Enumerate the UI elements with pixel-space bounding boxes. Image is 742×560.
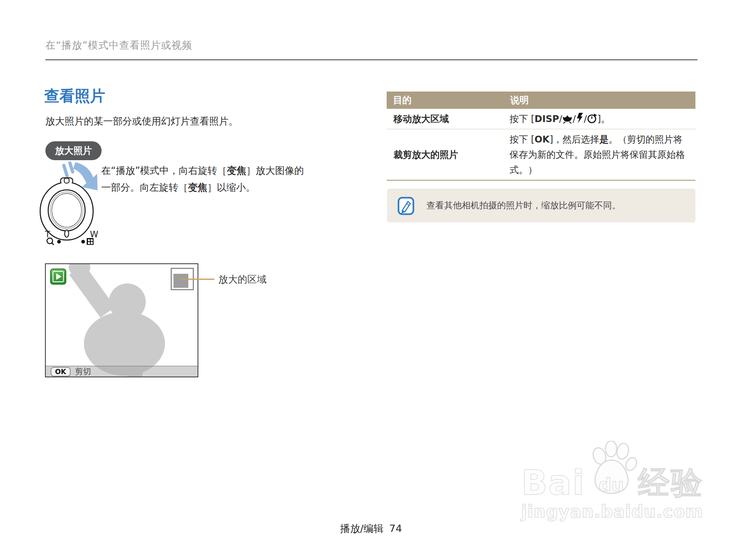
- page-footer: 播放/编辑74: [0, 522, 742, 535]
- magnifier-icon: [47, 238, 54, 245]
- page-title: 查看照片: [44, 86, 105, 106]
- table-header-row: 目的 说明: [387, 92, 695, 109]
- dot-icon: [82, 240, 85, 244]
- desc-text: ]，然后选择: [550, 134, 599, 145]
- desc-text: /: [573, 114, 576, 124]
- thumbnail-grid-icon: [87, 238, 94, 245]
- flash-icon: [576, 113, 584, 124]
- caption-text: ］以缩小。: [207, 182, 255, 193]
- note-text: 查看其他相机拍摄的照片时，缩放比例可能不同。: [426, 200, 621, 212]
- dial-caption: 在“播放”模式中，向右旋转［变焦］放大图像的 一部分。向左旋转［变焦］以缩小。: [101, 162, 304, 196]
- yes-option-label: 是: [599, 134, 609, 145]
- disp-button-label: DISP: [534, 114, 559, 124]
- macro-icon: [562, 114, 573, 124]
- header-description: 说明: [504, 92, 695, 109]
- playback-mode-icon: [50, 269, 66, 285]
- footer-page-number: 74: [389, 523, 402, 534]
- magnified-region: [173, 274, 188, 288]
- dot-icon: [57, 240, 61, 244]
- zoom-dial-illustration: T W: [39, 160, 103, 248]
- baidu-jingyan-watermark: Bai du 经验 jingyan.baidu.com: [521, 441, 706, 521]
- crop-action-label: 剪切: [75, 366, 91, 377]
- desc-text: 按下 [: [510, 134, 534, 145]
- header-purpose: 目的: [387, 92, 504, 109]
- callout-line: [180, 279, 214, 280]
- desc-text: /: [584, 114, 587, 124]
- baidu-paw-icon: du: [586, 441, 637, 501]
- caption-bold-zoom: 变焦: [188, 182, 207, 193]
- subsection-badge: 放大照片: [45, 141, 102, 160]
- dial-w-label: W: [90, 230, 98, 239]
- desc-text: 按下 [: [510, 114, 534, 124]
- footer-section: 播放/编辑: [340, 523, 383, 534]
- cell-description: 按下 [OK]，然后选择是。（剪切的照片将保存为新的文件。原始照片将保留其原始格…: [504, 129, 695, 181]
- timer-icon: [587, 113, 597, 124]
- watermark-bai: Bai: [521, 466, 585, 499]
- ok-button-label: OK: [51, 367, 71, 377]
- screen-bottom-bar: OK 剪切: [46, 366, 198, 377]
- intro-text: 放大照片的某一部分或使用幻灯片查看照片。: [45, 115, 238, 128]
- caption-bold-zoom: 变焦: [227, 165, 246, 176]
- camera-screen-mockup: OK 剪切: [45, 263, 198, 377]
- ok-button-label: OK: [534, 134, 549, 145]
- table-row: 裁剪放大的照片 按下 [OK]，然后选择是。（剪切的照片将保存为新的文件。原始照…: [387, 129, 695, 181]
- header-divider: [45, 59, 697, 60]
- caption-text: 在“播放”模式中，向右旋转［: [101, 165, 227, 176]
- breadcrumb: 在“播放”模式中查看照片或视频: [45, 39, 192, 52]
- caption-text: 一部分。向左旋转［: [101, 182, 188, 193]
- cell-purpose: 裁剪放大的照片: [387, 129, 504, 181]
- caption-text: ］放大图像的: [246, 165, 304, 176]
- desc-text: /: [559, 114, 562, 124]
- watermark-jingyan-cn: 经验: [638, 466, 704, 499]
- magnified-area-callout: 放大的区域: [218, 273, 267, 286]
- watermark-du: du: [599, 474, 624, 495]
- purpose-description-table: 目的 说明 移动放大区域 按下 [DISP///]。 裁剪放大的照片 按下 [O…: [387, 92, 695, 181]
- table-row: 移动放大区域 按下 [DISP///]。: [387, 109, 695, 129]
- desc-text: ]。: [597, 114, 610, 124]
- watermark-url: jingyan.baidu.com: [521, 502, 706, 521]
- note-box: 查看其他相机拍摄的照片时，缩放比例可能不同。: [387, 189, 695, 222]
- cell-purpose: 移动放大区域: [387, 109, 504, 129]
- pencil-note-icon: [398, 197, 414, 215]
- cell-description: 按下 [DISP///]。: [504, 109, 695, 129]
